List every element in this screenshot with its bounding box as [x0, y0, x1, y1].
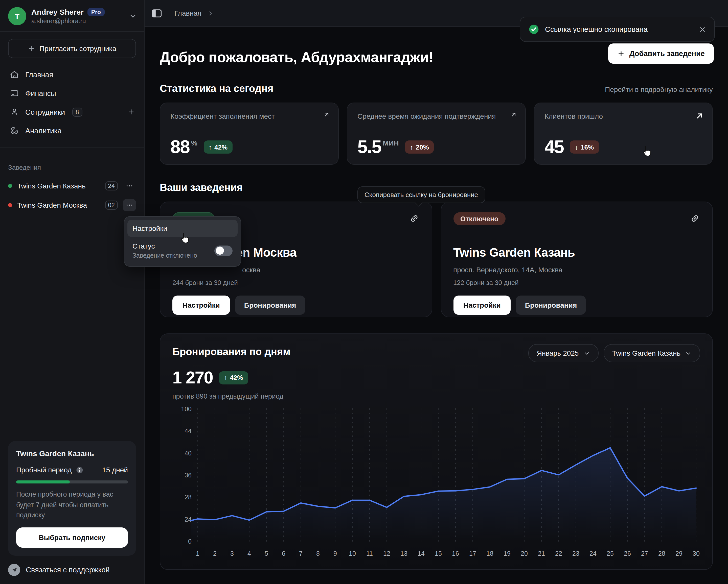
invite-employee-button[interactable]: Пригласить сотрудника — [8, 39, 136, 58]
trial-period-label: Пробный период — [16, 466, 72, 474]
bookings-chart-svg: 1234567891011121314151617181920212223242… — [173, 404, 702, 561]
change-badge: ↑ 42% — [219, 371, 248, 384]
sidebar-item-label: Сотрудники — [25, 108, 65, 116]
svg-text:8: 8 — [316, 550, 320, 557]
stat-card-wait-time[interactable]: Среднее время ожидания подтверждения 5.5… — [347, 103, 526, 165]
trend-arrow: ↑ — [224, 374, 227, 382]
stat-title: Среднее время ожидания подтверждения — [358, 112, 515, 120]
venue-title: Twins Garden Казань — [453, 246, 700, 260]
trend-arrow: ↑ — [209, 143, 212, 151]
stats-section-title: Статистика на сегодня — [160, 83, 274, 94]
main-area: Главная Ссылка успешно скопирована Добав… — [145, 0, 728, 584]
change-badge: ↑ 42% — [204, 140, 233, 154]
user-menu[interactable]: T Andrey Sherer Pro a.sherer@phlora.ru — [0, 0, 144, 31]
stat-value: 5.5 — [358, 138, 381, 156]
svg-text:23: 23 — [572, 550, 579, 557]
bookings-chart-card: Бронирования по дням Январь 2025 Twins G… — [160, 333, 713, 570]
svg-text:26: 26 — [624, 550, 631, 557]
plus-icon — [28, 45, 35, 52]
user-name: Andrey Sherer — [31, 7, 84, 16]
page-content: Добро пожаловать, Абдурахмангаджи! Стати… — [145, 27, 728, 584]
svg-text:24: 24 — [590, 550, 597, 557]
add-venue-label: Добавить заведение — [629, 50, 705, 58]
trial-note: После пробного периода у вас будет 7 дне… — [16, 490, 128, 521]
stat-unit: % — [191, 139, 198, 147]
sidebar-item-finance[interactable]: Финансы — [6, 84, 138, 103]
trend-arrow: ↓ — [575, 143, 578, 151]
toast: Ссылка успешно скопирована — [520, 17, 715, 42]
sidebar-item-employees[interactable]: Сотрудники 8 — [6, 103, 138, 121]
venue-address: просп. Вернадского, 14А, Москва — [453, 266, 700, 274]
settings-button[interactable]: Настройки — [173, 296, 230, 315]
sidebar-venue-kazan[interactable]: Twins Garden Казань 24 — [4, 177, 140, 195]
svg-text:44: 44 — [184, 427, 191, 435]
stat-card-occupancy[interactable]: Коэффициент заполнения мест 88 % ↑ 42% — [160, 103, 339, 165]
trial-progress-bar — [16, 481, 128, 484]
credit-card-icon — [9, 88, 19, 98]
context-menu-settings[interactable]: Настройки — [127, 220, 238, 237]
svg-text:28: 28 — [658, 550, 665, 557]
svg-text:18: 18 — [486, 550, 493, 557]
sidebar-venue-moscow[interactable]: Twins Garden Москва 02 — [4, 196, 140, 214]
status-sublabel: Заведение отключено — [132, 252, 214, 259]
svg-text:17: 17 — [469, 550, 476, 557]
status-badge: Отключено — [453, 212, 505, 225]
choose-subscription-button[interactable]: Выбрать подписку — [16, 527, 128, 548]
venue-filter-dropdown[interactable]: Twins Garden Казань — [603, 344, 700, 362]
user-email: a.sherer@phlora.ru — [31, 18, 124, 25]
trial-progress-fill — [16, 481, 70, 484]
bookings-button[interactable]: Бронирования — [235, 296, 305, 315]
svg-text:19: 19 — [503, 550, 511, 557]
copy-link-icon[interactable] — [409, 213, 419, 224]
info-icon[interactable] — [76, 466, 83, 474]
status-label: Статус — [132, 242, 214, 250]
sidebar-item-home[interactable]: Главная — [6, 65, 138, 84]
arrow-up-right-icon — [510, 111, 517, 118]
more-options-icon[interactable] — [123, 199, 136, 211]
breadcrumb[interactable]: Главная — [175, 9, 202, 17]
more-options-icon[interactable] — [123, 180, 136, 192]
divider — [0, 147, 144, 147]
toast-message: Ссылка успешно скопирована — [545, 25, 693, 33]
contact-support-link[interactable]: Связаться с поддержкой — [0, 556, 144, 584]
success-check-icon — [528, 24, 540, 35]
invite-employee-label: Пригласить сотрудника — [40, 45, 116, 53]
trial-venue-name: Twins Garden Казань — [16, 449, 128, 458]
venue-bookings-meta: 244 брони за 30 дней — [173, 279, 419, 286]
month-filter-dropdown[interactable]: Январь 2025 — [528, 344, 598, 362]
employees-count-badge: 8 — [72, 107, 82, 116]
copy-link-icon[interactable] — [690, 213, 700, 224]
venue-count-badge: 24 — [105, 182, 118, 191]
avatar: T — [8, 7, 26, 25]
svg-text:12: 12 — [383, 550, 390, 557]
venues-section-label: Заведения — [8, 164, 136, 171]
svg-text:14: 14 — [418, 550, 425, 557]
chevron-down-icon — [583, 350, 590, 356]
sidebar: T Andrey Sherer Pro a.sherer@phlora.ru П… — [0, 0, 145, 584]
change-badge: ↑ 20% — [405, 140, 434, 154]
analytics-link[interactable]: Перейти в подробную аналитику — [605, 85, 713, 93]
svg-text:2: 2 — [213, 550, 217, 557]
chevron-down-icon[interactable] — [129, 12, 137, 20]
contact-support-label: Связаться с поддержкой — [26, 566, 110, 574]
svg-text:20: 20 — [521, 550, 528, 557]
settings-button[interactable]: Настройки — [453, 296, 511, 315]
sidebar-item-label: Финансы — [25, 89, 56, 97]
close-icon[interactable] — [699, 26, 706, 33]
sidebar-toggle-icon[interactable] — [152, 9, 162, 18]
status-toggle[interactable] — [214, 245, 233, 256]
add-venue-button[interactable]: Добавить заведение — [608, 44, 714, 64]
divider — [168, 7, 168, 19]
bookings-button[interactable]: Бронирования — [516, 296, 586, 315]
svg-text:1: 1 — [196, 550, 200, 557]
stat-card-clients[interactable]: Клиентов пришло 45 ↓ 16% — [534, 103, 713, 165]
status-dot-red — [8, 203, 12, 207]
svg-text:15: 15 — [435, 550, 442, 557]
plan-badge: Pro — [88, 8, 104, 16]
venue-filter-value: Twins Garden Казань — [612, 349, 680, 357]
sidebar-item-analytics[interactable]: Аналитика — [6, 121, 138, 140]
copy-link-tooltip: Скопировать ссылку на бронировние — [358, 187, 485, 203]
add-employee-icon[interactable] — [127, 108, 135, 116]
arrow-up-right-icon — [323, 111, 330, 118]
venue-address: осква — [173, 266, 419, 274]
